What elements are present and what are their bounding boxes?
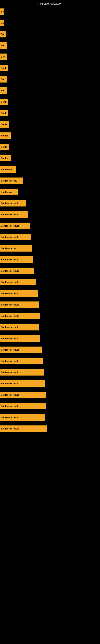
bar-row: Bottleneck result: [0, 254, 100, 265]
bar-label: Bottl: [1, 67, 6, 69]
bar-row: Bottleneck r: [0, 186, 100, 198]
bar-label: Bottleneck: [1, 168, 12, 171]
site-title: TheBottlenecker.com: [0, 0, 100, 6]
bar: Bottlen: [0, 155, 11, 162]
bar-label: Bottlen: [1, 134, 8, 137]
bar-label: Bottleneck result: [1, 416, 19, 418]
bar: Bottleneck result: [0, 234, 31, 240]
bar-label: Bottlen: [1, 157, 8, 160]
bar: Bottleneck result: [0, 324, 39, 330]
bar-label: Bottleneck resu: [1, 247, 17, 250]
bar: Bottleneck result: [0, 313, 40, 319]
bar-row: Bottleneck result: [0, 322, 100, 333]
bar-label: Bottleneck result: [1, 326, 19, 328]
bar: Bottleneck result: [0, 222, 30, 229]
bar-row: Bottleneck resu: [0, 243, 100, 254]
bar-label: Bott: [1, 56, 5, 58]
bar-row: Bottleneck result: [0, 232, 100, 243]
bar: Bottleneck result: [0, 335, 40, 342]
bar-row: Bottlen: [0, 152, 100, 164]
bar: Bo: [0, 8, 4, 15]
bar-row: Bottleneck result: [0, 367, 100, 378]
bar-row: Bottleneck result: [0, 389, 100, 400]
bar-row: Bo: [0, 6, 100, 17]
bar-row: Bottleneck result: [0, 299, 100, 310]
bars-container: BoBoBotBottBottBottlBottBottBottlBottlBo…: [0, 6, 100, 434]
bar-label: Bott: [1, 89, 5, 92]
bar-row: Bottl: [0, 108, 100, 119]
bar-row: Bottleneck result: [0, 209, 100, 220]
bar: Bottleneck result: [0, 268, 34, 274]
bar: Bottleneck result: [0, 414, 45, 420]
bar-row: Bottleneck result: [0, 220, 100, 232]
bar-label: Bottle: [1, 123, 7, 126]
bar: Bottleneck result: [0, 290, 38, 297]
bar: Bott: [0, 42, 7, 49]
bar-label: Bottleneck result: [1, 315, 19, 317]
bar-row: Bott: [0, 51, 100, 62]
bar-label: Bottleneck resu: [1, 180, 17, 182]
bar-label: Bottleneck result: [1, 281, 19, 283]
bar-label: Bo: [1, 10, 4, 13]
bar-row: Bottleneck: [0, 164, 100, 175]
bar: Bottleneck result: [0, 256, 33, 263]
bar-row: Bottle: [0, 141, 100, 152]
bar: Bottleneck resu: [0, 178, 23, 184]
bar-label: Bottleneck result: [1, 270, 19, 272]
bar: Bottleneck result: [0, 380, 45, 387]
bar-label: Bottleneck result: [1, 428, 19, 430]
bar: Bottl: [0, 65, 8, 71]
bar-row: Bottleneck result: [0, 412, 100, 423]
bar: Bottleneck result: [0, 403, 47, 409]
bar-row: Bottleneck result: [0, 310, 100, 322]
bar-label: Bottleneck result: [1, 371, 19, 374]
bar: Bottleneck result: [0, 200, 26, 206]
bar: Bott: [0, 76, 7, 82]
bar-label: Bottl: [1, 100, 6, 103]
bar-label: Bottleneck result: [1, 382, 19, 385]
bar-row: Bottleneck resu: [0, 175, 100, 186]
bar-row: Bottlen: [0, 130, 100, 141]
bar-label: Bottleneck result: [1, 394, 19, 396]
bar-row: Bott: [0, 40, 100, 51]
bar-label: Bottleneck result: [1, 236, 19, 238]
bar-label: Bot: [1, 33, 4, 36]
bar-row: Bottleneck result: [0, 265, 100, 276]
bar-label: Bottleneck result: [1, 213, 19, 216]
bar-label: Bo: [1, 22, 4, 24]
bar: Bottle: [0, 144, 9, 150]
bar-row: Bottl: [0, 96, 100, 108]
bar-row: Bott: [0, 85, 100, 96]
bar: Bottlen: [0, 132, 11, 139]
bar-row: Bottleneck result: [0, 378, 100, 389]
bar-row: Bottleneck result: [0, 400, 100, 412]
bar: Bottleneck result: [0, 392, 46, 398]
bar: Bottl: [0, 110, 8, 116]
bar-row: Bottleneck result: [0, 288, 100, 299]
bar-label: Bottleneck result: [1, 348, 19, 351]
bar: Bottleneck result: [0, 211, 28, 218]
bar: Bottleneck result: [0, 302, 39, 308]
bar: Bottleneck resu: [0, 245, 32, 252]
bar-label: Bottleneck result: [1, 202, 19, 204]
bar-label: Bottleneck result: [1, 224, 19, 227]
bar-row: Bottleneck result: [0, 276, 100, 288]
bar-label: Bott: [1, 44, 5, 47]
bar: Bottleneck result: [0, 346, 42, 353]
bar-row: Bottleneck result: [0, 333, 100, 344]
bar-row: Bottleneck result: [0, 344, 100, 356]
bar-label: Bottleneck result: [1, 292, 19, 295]
bar-row: Bo: [0, 17, 100, 28]
bar-label: Bottle: [1, 146, 7, 148]
bar-label: Bottleneck result: [1, 360, 19, 362]
bar-row: Bottleneck result: [0, 198, 100, 209]
bar-label: Bottleneck result: [1, 304, 19, 306]
bar: Bot: [0, 31, 6, 38]
bar: Bottleneck result: [0, 426, 47, 432]
bar-row: Bottleneck result: [0, 356, 100, 367]
bar: Bott: [0, 87, 7, 94]
bar-row: Bottleneck result: [0, 423, 100, 434]
bar-row: Bott: [0, 74, 100, 85]
bar-label: Bottleneck result: [1, 337, 19, 340]
bar-label: Bottleneck result: [1, 405, 19, 407]
